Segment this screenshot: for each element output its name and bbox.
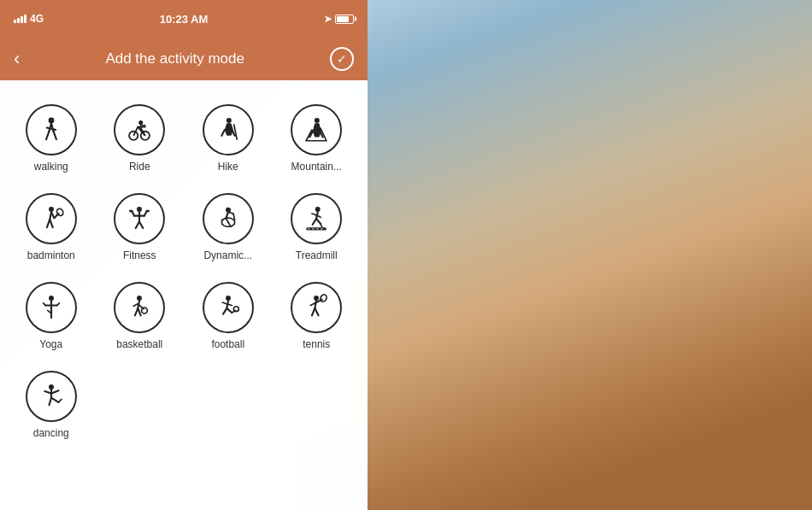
- activity-item-ride[interactable]: Ride: [97, 97, 183, 179]
- activity-icon-tennis: [291, 282, 342, 333]
- activity-label-walking: walking: [34, 161, 68, 173]
- activity-item-tennis[interactable]: tennis: [274, 275, 360, 357]
- svg-line-22: [51, 212, 54, 218]
- svg-line-16: [234, 125, 237, 139]
- activity-item-badminton[interactable]: badminton: [9, 186, 94, 268]
- activity-icon-badminton: [26, 193, 77, 244]
- svg-line-43: [228, 212, 233, 214]
- svg-point-75: [314, 296, 319, 301]
- status-left: 4G: [14, 13, 44, 25]
- svg-line-88: [58, 399, 61, 402]
- svg-line-72: [227, 308, 232, 313]
- svg-line-31: [144, 212, 147, 216]
- activity-grid: walking: [9, 97, 359, 446]
- activity-label-yoga: Yoga: [39, 338, 62, 350]
- svg-line-4: [53, 132, 56, 139]
- svg-line-87: [51, 398, 59, 402]
- nav-title: Add the activity mode: [105, 50, 244, 67]
- activity-item-yoga[interactable]: Yoga: [9, 275, 94, 357]
- svg-line-49: [316, 219, 321, 224]
- activity-icon-yoga: [26, 282, 77, 333]
- svg-line-86: [49, 398, 51, 406]
- signal-bar-4: [24, 15, 26, 23]
- svg-rect-32: [129, 210, 132, 213]
- activity-label-hike: Hike: [218, 161, 238, 173]
- content-area: walking: [0, 80, 368, 510]
- svg-line-66: [133, 304, 138, 307]
- activity-item-basketball[interactable]: basketball: [97, 275, 183, 357]
- svg-point-20: [49, 207, 54, 212]
- signal-bars: [14, 15, 26, 23]
- activity-icon-football: [203, 282, 254, 333]
- activity-item-walking[interactable]: walking: [9, 97, 94, 179]
- activity-label-dynamic: Dynamic...: [203, 249, 252, 261]
- svg-line-30: [132, 212, 135, 216]
- activity-item-hike[interactable]: Hike: [185, 97, 271, 179]
- svg-line-50: [321, 224, 322, 227]
- svg-point-74: [233, 307, 238, 312]
- svg-line-26: [50, 220, 52, 227]
- activity-label-badminton: badminton: [27, 249, 75, 261]
- svg-point-67: [226, 296, 231, 301]
- activity-label-mountain: Mountain...: [291, 161, 342, 173]
- activity-label-fitness: Fitness: [123, 249, 156, 261]
- check-icon: ✓: [337, 52, 347, 66]
- status-time: 10:23 AM: [160, 13, 209, 26]
- svg-point-82: [49, 384, 54, 390]
- location-icon: ➤: [324, 14, 332, 25]
- activity-icon-ride: [114, 104, 165, 155]
- activity-icon-dynamic: [203, 193, 254, 244]
- svg-line-81: [310, 303, 315, 306]
- svg-point-60: [137, 296, 142, 301]
- activity-icon-mountain: [291, 104, 342, 155]
- svg-line-84: [44, 391, 51, 394]
- status-bar: 4G 10:23 AM ➤: [0, 0, 368, 38]
- svg-point-44: [315, 207, 321, 212]
- activity-icon-hike: [203, 104, 254, 155]
- signal-bar-2: [17, 18, 20, 23]
- svg-line-65: [138, 308, 141, 316]
- svg-line-35: [139, 221, 143, 228]
- svg-line-3: [46, 132, 49, 139]
- svg-line-56: [43, 303, 45, 306]
- activity-item-dancing[interactable]: dancing: [9, 364, 94, 446]
- svg-point-13: [227, 118, 232, 123]
- activity-item-football[interactable]: football: [185, 275, 271, 357]
- activity-label-ride: Ride: [129, 161, 150, 173]
- activity-item-dynamic[interactable]: Dynamic...: [185, 186, 271, 268]
- activity-icon-treadmill: [291, 193, 342, 244]
- svg-point-63: [142, 308, 148, 314]
- svg-line-48: [313, 219, 316, 225]
- activity-item-mountain[interactable]: Mountain...: [274, 97, 360, 179]
- activity-label-dancing: dancing: [33, 427, 69, 439]
- svg-point-27: [137, 207, 142, 212]
- app-container: 4G 10:23 AM ➤ ‹ Add the activity mode ✓: [0, 0, 368, 510]
- nav-bar: ‹ Add the activity mode ✓: [0, 38, 368, 80]
- svg-rect-33: [146, 210, 150, 213]
- svg-line-5: [47, 127, 56, 130]
- activity-icon-walking: [26, 104, 77, 155]
- activity-icon-fitness: [114, 193, 165, 244]
- svg-line-57: [57, 303, 60, 306]
- signal-bar-3: [21, 16, 23, 23]
- activity-label-tennis: tennis: [303, 338, 330, 350]
- activity-item-fitness[interactable]: Fitness: [97, 186, 183, 268]
- svg-line-15: [232, 130, 234, 136]
- network-type: 4G: [30, 13, 44, 25]
- battery-fill: [337, 16, 349, 22]
- back-button[interactable]: ‹: [14, 50, 20, 68]
- svg-line-14: [221, 130, 224, 136]
- battery-icon: [335, 15, 354, 24]
- svg-line-34: [136, 221, 139, 228]
- confirm-button[interactable]: ✓: [330, 47, 354, 71]
- svg-line-39: [221, 218, 226, 220]
- activity-label-football: football: [211, 338, 244, 350]
- activity-label-basketball: basketball: [116, 338, 162, 350]
- activity-icon-basketball: [114, 282, 165, 333]
- activity-icon-dancing: [26, 371, 77, 422]
- svg-line-38: [226, 212, 228, 218]
- svg-point-53: [49, 296, 54, 301]
- activity-label-treadmill: Treadmill: [296, 249, 338, 261]
- signal-bar-1: [14, 20, 16, 23]
- activity-item-treadmill[interactable]: Treadmill: [274, 186, 360, 268]
